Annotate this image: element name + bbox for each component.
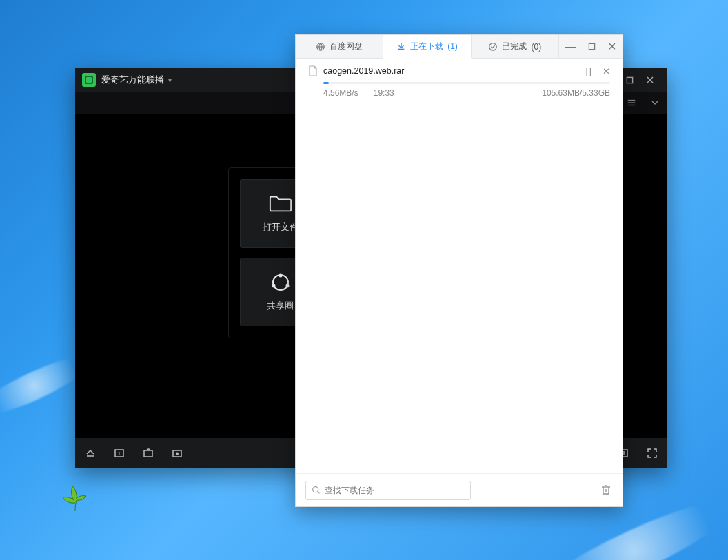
eject-icon[interactable] (83, 446, 97, 460)
aspect-ratio-icon[interactable]: 1 (112, 446, 126, 460)
chevron-down-icon[interactable]: ▾ (168, 76, 172, 84)
trash-button[interactable] (600, 484, 613, 497)
fullscreen-icon[interactable] (645, 446, 659, 460)
pause-button[interactable]: || (586, 66, 594, 76)
folder-icon (268, 194, 293, 214)
svg-text:1: 1 (118, 451, 121, 456)
card-label: 共享圈 (267, 300, 294, 312)
tab-done-label: 已完成 (502, 41, 527, 52)
card-label: 打开文件 (263, 221, 299, 234)
search-box[interactable] (305, 481, 471, 500)
baidu-netdisk-window: 百度网盘 正在下载(1) 已完成(0) — ✕ caogen.2019.web.… (295, 34, 623, 507)
chevron-down-icon[interactable] (649, 97, 660, 108)
svg-line-32 (318, 492, 319, 493)
search-icon (312, 486, 321, 495)
bdn-tab-bar: 百度网盘 正在下载(1) 已完成(0) — ✕ (296, 35, 623, 59)
tab-disk-label: 百度网盘 (330, 41, 363, 52)
maximize-button[interactable] (588, 41, 596, 52)
cancel-button[interactable]: ✕ (603, 66, 610, 76)
tab-downloading-count: (1) (447, 41, 458, 51)
svg-point-21 (176, 453, 179, 455)
close-button[interactable]: ✕ (607, 40, 616, 53)
tab-downloading-label: 正在下载 (410, 41, 443, 52)
bdn-footer (296, 473, 623, 506)
screenshot-icon[interactable] (141, 446, 155, 460)
iqiyi-app-name: 爱奇艺万能联播 (101, 74, 164, 86)
desktop-sprout-icon (59, 484, 91, 512)
iqiyi-logo-icon (82, 73, 96, 87)
svg-point-12 (279, 274, 282, 278)
progress-fill (323, 82, 329, 84)
tab-downloading[interactable]: 正在下载(1) (383, 35, 471, 59)
search-input[interactable] (325, 486, 465, 495)
svg-point-31 (313, 487, 318, 492)
tab-disk[interactable]: 百度网盘 (296, 35, 383, 58)
download-item[interactable]: caogen.2019.web.rar || ✕ 4.56MB/s 19:33 … (296, 59, 623, 103)
list-view-icon[interactable] (626, 97, 637, 108)
svg-rect-19 (144, 450, 152, 457)
download-eta: 19:33 (374, 88, 394, 98)
svg-rect-1 (86, 77, 92, 83)
bdn-window-controls: — ✕ (559, 35, 623, 58)
share-ring-icon (268, 272, 293, 293)
tab-completed[interactable]: 已完成(0) (472, 35, 559, 58)
download-size: 105.63MB/5.33GB (542, 88, 610, 98)
download-speed: 4.56MB/s (323, 88, 358, 98)
minimize-button[interactable]: — (565, 44, 576, 50)
progress-bar (323, 82, 610, 84)
record-icon[interactable] (170, 446, 184, 460)
svg-rect-3 (627, 77, 632, 83)
download-file-name: caogen.2019.web.rar (323, 66, 404, 76)
tab-done-count: (0) (531, 42, 541, 52)
close-button[interactable] (640, 68, 660, 92)
svg-point-14 (285, 284, 289, 288)
svg-point-13 (272, 284, 275, 288)
svg-rect-30 (589, 43, 594, 49)
file-icon (308, 65, 318, 76)
svg-point-29 (489, 43, 497, 50)
